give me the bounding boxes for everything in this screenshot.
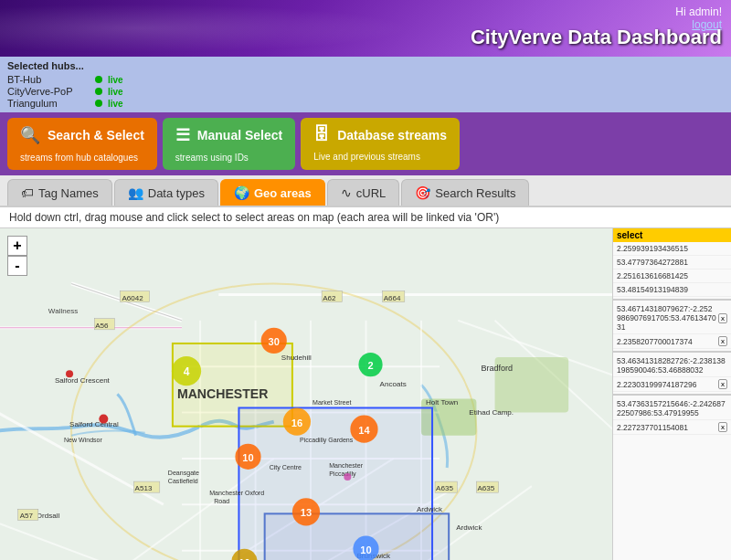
search-select-button[interactable]: 🔍 Search & Select streams from hub catal… xyxy=(7,118,157,170)
coord-value-1: 2.259939193436515 xyxy=(617,244,727,253)
coord-value-7: 53.46341318282726:-2.238138198590046:53.… xyxy=(617,356,727,375)
hub-name-1: BT-Hub xyxy=(7,74,90,85)
manual-select-label: Manual Select xyxy=(197,128,282,143)
svg-text:Manchester Oxford: Manchester Oxford xyxy=(209,490,264,496)
zoom-controls: + - xyxy=(7,236,27,276)
user-greeting: Hi admin! xyxy=(675,5,722,18)
tab-tag-names[interactable]: 🏷 Tag Names xyxy=(7,179,112,206)
svg-text:Salford Central: Salford Central xyxy=(69,420,119,428)
coord-separator-1 xyxy=(613,299,731,301)
geo-icon: 🌍 xyxy=(234,185,249,200)
hub-dot-1 xyxy=(95,76,102,83)
coord-remove-8[interactable]: x xyxy=(718,379,727,389)
coord-item-4: 53.48154913194839 xyxy=(613,283,731,297)
list-icon: ☰ xyxy=(175,125,190,145)
svg-text:16: 16 xyxy=(291,417,302,428)
svg-text:A635: A635 xyxy=(477,484,494,492)
manual-select-icon-row: ☰ Manual Select xyxy=(175,125,282,145)
database-streams-button[interactable]: 🗄 Database streams Live and previous str… xyxy=(301,118,460,170)
coord-separator-2 xyxy=(613,351,731,353)
tab-curl[interactable]: ∿ cURL xyxy=(327,179,400,206)
tab-search-results[interactable]: 🎯 Search Results xyxy=(401,179,529,206)
svg-point-87 xyxy=(344,473,351,481)
hubs-title: Selected hubs... xyxy=(7,60,724,71)
coord-item-5: 53.46714318079627:-2.252986907691705:53.… xyxy=(613,302,731,334)
svg-text:A513: A513 xyxy=(135,484,153,492)
app-title: CityVerve Data Dashboard xyxy=(471,26,722,49)
tab-tag-names-label: Tag Names xyxy=(38,186,99,200)
manual-select-button[interactable]: ☰ Manual Select streams using IDs xyxy=(163,118,295,170)
coord-value-6: 2.2358207700017374 xyxy=(617,337,716,346)
curl-icon: ∿ xyxy=(341,185,352,200)
svg-text:A62: A62 xyxy=(323,294,336,302)
tab-geo-areas[interactable]: 🌍 Geo areas xyxy=(220,179,325,206)
map-area[interactable]: MANCHESTER Salford Crescent Salford Cent… xyxy=(0,228,612,560)
right-panel-header: select xyxy=(613,228,731,242)
coord-item-1: 2.259939193436515 xyxy=(613,242,731,256)
svg-text:Road: Road xyxy=(214,498,229,504)
coord-separator-3 xyxy=(613,394,731,396)
coord-value-5: 53.46714318079627:-2.252986907691705:53.… xyxy=(617,304,716,332)
svg-text:A57: A57 xyxy=(20,512,34,520)
svg-text:10: 10 xyxy=(242,452,253,463)
coord-value-10: 2.227237701154081 xyxy=(617,423,716,432)
tag-icon: 🏷 xyxy=(21,185,34,200)
zoom-in-button[interactable]: + xyxy=(7,236,27,256)
search-select-label: Search & Select xyxy=(48,128,144,143)
map-container[interactable]: MANCHESTER Salford Crescent Salford Cent… xyxy=(0,228,612,560)
svg-text:New Windsor: New Windsor xyxy=(64,437,103,443)
coord-item-7: 53.46341318282726:-2.238138198590046:53.… xyxy=(613,354,731,377)
zoom-out-button[interactable]: - xyxy=(7,256,27,276)
main-area: MANCHESTER Salford Crescent Salford Cent… xyxy=(0,228,731,560)
svg-text:Piccadilly Gardens: Piccadilly Gardens xyxy=(300,437,354,444)
svg-text:A6042: A6042 xyxy=(122,294,143,302)
svg-text:2: 2 xyxy=(367,360,373,371)
hub-dot-2 xyxy=(95,88,102,95)
hub-row-3: Triangulum live xyxy=(7,98,724,109)
hub-status-1: live xyxy=(108,75,123,85)
svg-text:Market Street: Market Street xyxy=(313,399,351,406)
tab-search-results-label: Search Results xyxy=(435,186,515,200)
header: Hi admin! logout CityVerve Data Dashboar… xyxy=(0,0,731,57)
map-svg: MANCHESTER Salford Crescent Salford Cent… xyxy=(0,228,612,560)
svg-text:MANCHESTER: MANCHESTER xyxy=(177,386,268,401)
coord-item-8: 2.22303199974187296 x xyxy=(613,377,731,392)
hub-status-2: live xyxy=(108,87,123,97)
tab-curl-label: cURL xyxy=(356,186,387,200)
svg-text:A56: A56 xyxy=(95,322,109,330)
coord-item-9: 53.47363157215646:-2.24268722507986:53.4… xyxy=(613,397,731,420)
svg-text:30: 30 xyxy=(269,336,280,347)
search-select-sub: streams from hub catalogues xyxy=(20,153,138,163)
coord-item-10: 2.227237701154081 x xyxy=(613,420,731,435)
database-icon-row: 🗄 Database streams xyxy=(313,125,447,144)
svg-text:Ordsall: Ordsall xyxy=(37,512,60,520)
hub-row-2: CityVerve-PoP live xyxy=(7,86,724,97)
svg-text:Shudehill: Shudehill xyxy=(281,354,312,362)
svg-text:Etihad Camp.: Etihad Camp. xyxy=(469,408,514,417)
database-streams-sub: Live and previous streams xyxy=(313,152,420,162)
coord-remove-5[interactable]: x xyxy=(718,313,727,323)
svg-text:13: 13 xyxy=(301,507,312,518)
svg-text:14: 14 xyxy=(358,425,370,436)
search-icon: 🔍 xyxy=(20,125,40,145)
database-icon: 🗄 xyxy=(313,125,330,144)
tab-bar: 🏷 Tag Names 👥 Data types 🌍 Geo areas ∿ c… xyxy=(0,175,731,207)
hub-row-1: BT-Hub live xyxy=(7,74,724,85)
tab-data-types[interactable]: 👥 Data types xyxy=(114,179,218,206)
instruction-bar: Hold down ctrl, drag mouse and click sel… xyxy=(0,207,731,228)
coord-remove-10[interactable]: x xyxy=(718,422,727,432)
tab-data-types-label: Data types xyxy=(148,186,205,200)
coord-item-2: 53.47797364272881 xyxy=(613,256,731,269)
coord-remove-6[interactable]: x xyxy=(718,336,727,346)
svg-text:City Centre: City Centre xyxy=(270,464,302,471)
manual-select-sub: streams using IDs xyxy=(175,153,249,163)
svg-text:Salford Crescent: Salford Crescent xyxy=(55,376,111,385)
coord-value-3: 2.251613616681425 xyxy=(617,271,727,280)
hubs-bar: Selected hubs... BT-Hub live CityVerve-P… xyxy=(0,57,731,112)
svg-text:10: 10 xyxy=(360,544,371,555)
hub-name-2: CityVerve-PoP xyxy=(7,86,90,97)
svg-text:A664: A664 xyxy=(384,294,401,302)
svg-text:Ardwick: Ardwick xyxy=(456,523,482,532)
svg-text:Ancoats: Ancoats xyxy=(380,380,407,388)
right-panel: select 2.259939193436515 53.477973642728… xyxy=(612,228,731,560)
